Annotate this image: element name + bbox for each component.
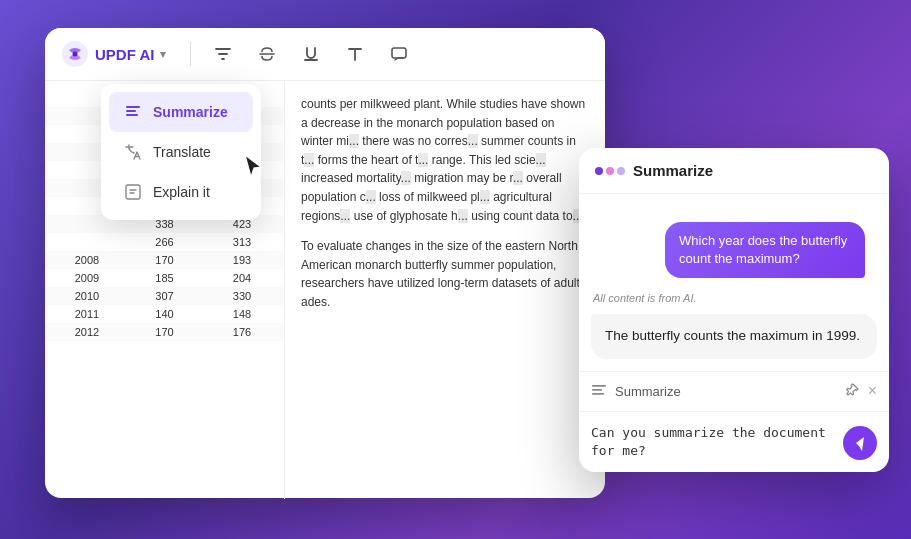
svg-rect-5 — [126, 106, 140, 108]
ai-disclaimer-text: All content is from AI. — [593, 292, 697, 304]
doc-paragraph-1: counts per milkweed plant. While studies… — [301, 95, 589, 225]
ai-response-text: The butterfly counts the maximum in 1999… — [605, 328, 860, 343]
chat-panel: Summarize Which year does the butterfly … — [579, 148, 889, 472]
send-button[interactable] — [843, 426, 877, 460]
underline-icon[interactable] — [295, 38, 327, 70]
svg-rect-10 — [592, 389, 602, 391]
svg-rect-9 — [592, 385, 606, 387]
explain-label: Explain it — [153, 184, 210, 200]
user-message-text: Which year does the butterfly count the … — [679, 233, 847, 266]
user-bubble: Which year does the butterfly count the … — [665, 222, 865, 278]
chat-header-label: Summarize — [633, 162, 713, 179]
summarize-bar-label: Summarize — [615, 384, 838, 399]
summarize-label: Summarize — [153, 104, 228, 120]
chat-input-area — [579, 412, 889, 472]
translate-menu-icon — [123, 142, 143, 162]
table-row: 266313 — [45, 233, 284, 251]
chat-input[interactable] — [591, 424, 835, 460]
menu-item-explain[interactable]: Explain it — [109, 172, 253, 212]
svg-rect-6 — [126, 110, 136, 112]
menu-item-translate[interactable]: Translate — [109, 132, 253, 172]
explain-menu-icon — [123, 182, 143, 202]
brand-name: UPDF AI — [95, 46, 154, 63]
summarize-bar: Summarize × — [579, 371, 889, 412]
comment-icon[interactable] — [383, 38, 415, 70]
summarize-bar-icon — [591, 382, 607, 401]
svg-rect-8 — [126, 185, 140, 199]
close-icon[interactable]: × — [868, 382, 877, 400]
table-row: 2012170176 — [45, 323, 284, 341]
ai-disclaimer: All content is from AI. — [579, 288, 889, 308]
dot-blue — [595, 167, 603, 175]
chat-header: Summarize — [579, 148, 889, 194]
document-card: UPDF AI ▾ — [45, 28, 605, 498]
strikethrough-icon[interactable] — [251, 38, 283, 70]
svg-rect-7 — [126, 114, 138, 116]
summarize-menu-icon — [123, 102, 143, 122]
translate-label: Translate — [153, 144, 211, 160]
dot-pink — [606, 167, 614, 175]
brand-dropdown-icon[interactable]: ▾ — [160, 48, 166, 61]
svg-rect-11 — [592, 393, 604, 395]
table-row: 2009185204 — [45, 269, 284, 287]
dropdown-menu: Summarize Translate Explain it — [101, 84, 261, 220]
table-row: 2011140148 — [45, 305, 284, 323]
brand-icon — [61, 40, 89, 68]
pin-icon[interactable] — [846, 383, 860, 400]
brand-dots — [595, 167, 625, 175]
doc-paragraph-2: To evaluate changes in the size of the e… — [301, 237, 589, 311]
table-row: 2010307330 — [45, 287, 284, 305]
user-message-container: Which year does the butterfly count the … — [579, 208, 889, 288]
table-row: 2008170193 — [45, 251, 284, 269]
bar-actions: × — [846, 382, 877, 400]
toolbar-divider — [190, 42, 191, 66]
menu-item-summarize[interactable]: Summarize — [109, 92, 253, 132]
text-section: counts per milkweed plant. While studies… — [285, 81, 605, 499]
filter-icon[interactable] — [207, 38, 239, 70]
brand[interactable]: UPDF AI ▾ — [61, 40, 166, 68]
svg-point-1 — [73, 52, 78, 57]
svg-rect-4 — [392, 48, 406, 58]
toolbar: UPDF AI ▾ — [45, 28, 605, 81]
dot-light — [617, 167, 625, 175]
ai-response-bubble: The butterfly counts the maximum in 1999… — [591, 314, 877, 358]
text-icon[interactable] — [339, 38, 371, 70]
